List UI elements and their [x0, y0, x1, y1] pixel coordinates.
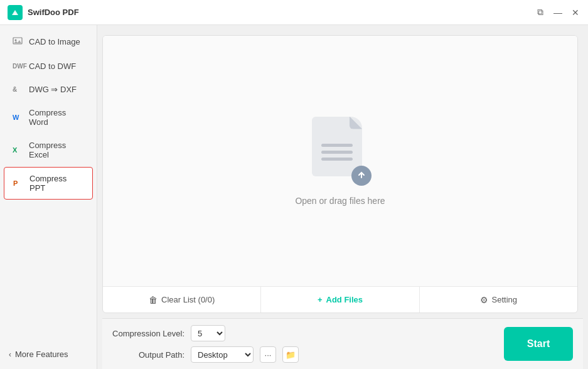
compress-ppt-icon: P [13, 179, 24, 187]
content-footer: 🗑 Clear List (0/0) + Add Files ⚙ Setting [103, 286, 577, 313]
app-title: SwifDoo PDF [28, 8, 535, 17]
minimize-button[interactable]: — [553, 8, 563, 18]
drop-zone-text: Open or drag files here [295, 196, 385, 206]
trash-icon: 🗑 [149, 295, 158, 305]
add-files-button[interactable]: + Add Files [261, 287, 419, 313]
setting-button[interactable]: ⚙ Setting [420, 287, 577, 313]
sidebar: CAD to Image DWF CAD to DWF & DWG ⇒ DXF … [0, 25, 97, 369]
compression-select[interactable]: 5 1234 6789 [191, 325, 225, 341]
compress-word-icon: W [13, 114, 24, 121]
more-features-label: More Features [15, 350, 68, 359]
app-logo [8, 5, 23, 20]
output-path-select[interactable]: Desktop Same as source Custom [191, 346, 254, 363]
sidebar-item-compress-word-label: Compress Word [29, 108, 84, 127]
gear-icon: ⚙ [480, 295, 488, 305]
sidebar-item-compress-excel-label: Compress Excel [29, 141, 84, 159]
output-path-label: Output Path: [112, 350, 184, 360]
sidebar-item-cad-to-dwf-label: CAD to DWF [29, 62, 76, 71]
restore-button[interactable]: ⧉ [535, 8, 545, 18]
sidebar-item-compress-excel[interactable]: X Compress Excel [4, 134, 93, 166]
window-controls: ⧉ — ✕ [535, 8, 580, 18]
close-button[interactable]: ✕ [570, 8, 580, 18]
bottom-options: Compression Level: 5 1234 6789 Output Pa… [112, 325, 494, 363]
chevron-left-icon: ‹ [9, 350, 11, 359]
clear-list-label: Clear List (0/0) [161, 295, 215, 304]
output-path-more-button[interactable]: ··· [260, 346, 276, 363]
sidebar-item-compress-ppt[interactable]: P Compress PPT [4, 167, 93, 200]
plus-icon: + [318, 295, 323, 304]
compress-excel-icon: X [13, 146, 24, 154]
content-area: Open or drag files here 🗑 Clear List (0/… [102, 35, 578, 313]
dwg-to-dxf-icon: & [13, 86, 24, 93]
compression-label: Compression Level: [112, 329, 184, 338]
cad-to-dwf-icon: DWF [13, 63, 24, 70]
setting-label: Setting [492, 295, 517, 304]
sidebar-item-dwg-to-dxf[interactable]: & DWG ⇒ DXF [4, 78, 93, 100]
start-button[interactable]: Start [504, 327, 573, 361]
title-bar: SwifDoo PDF ⧉ — ✕ [0, 0, 588, 25]
sidebar-item-cad-to-dwf[interactable]: DWF CAD to DWF [4, 55, 93, 77]
output-path-folder-button[interactable]: 📁 [282, 346, 299, 363]
clear-list-button[interactable]: 🗑 Clear List (0/0) [103, 287, 261, 313]
output-path-row: Output Path: Desktop Same as source Cust… [112, 346, 494, 363]
drop-zone[interactable]: Open or drag files here [103, 36, 577, 286]
compression-row: Compression Level: 5 1234 6789 [112, 325, 494, 341]
sidebar-item-cad-to-image-label: CAD to Image [29, 37, 80, 46]
sidebar-item-cad-to-image[interactable]: CAD to Image [4, 29, 93, 54]
sidebar-item-compress-ppt-label: Compress PPT [29, 174, 83, 193]
upload-arrow-icon [351, 166, 372, 186]
document-icon [312, 117, 362, 176]
cad-to-image-icon [13, 36, 24, 48]
bottom-bar: Compression Level: 5 1234 6789 Output Pa… [102, 318, 583, 369]
sidebar-item-compress-word[interactable]: W Compress Word [4, 102, 93, 133]
svg-point-1 [15, 40, 17, 41]
more-features-button[interactable]: ‹ More Features [0, 343, 97, 365]
drop-icon [309, 117, 372, 186]
main-area: CAD to Image DWF CAD to DWF & DWG ⇒ DXF … [0, 25, 588, 369]
sidebar-item-dwg-to-dxf-label: DWG ⇒ DXF [29, 85, 77, 94]
add-files-label: Add Files [326, 295, 363, 304]
folder-icon: 📁 [286, 350, 296, 360]
